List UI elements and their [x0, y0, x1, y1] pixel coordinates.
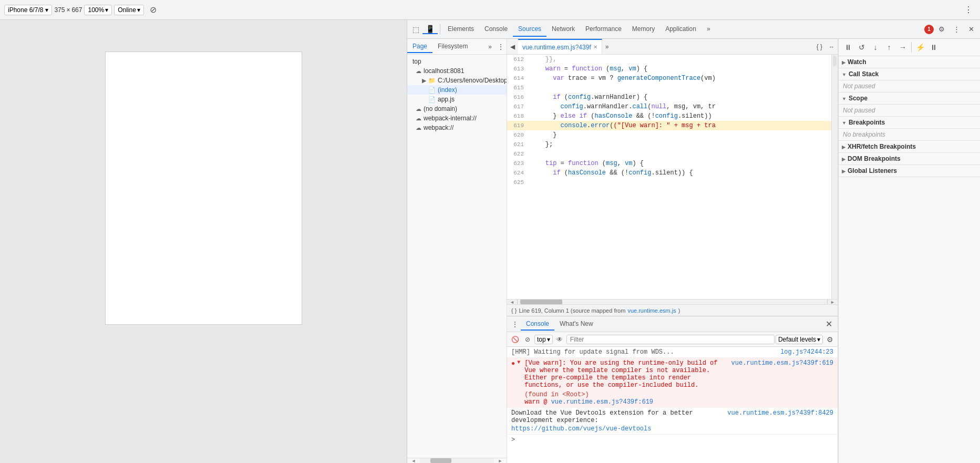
step-out-btn[interactable]: ↑ [883, 41, 895, 54]
tree-item-folder[interactable]: ▶ 📁 C:/Users/lenovo/Desktop/vu [407, 76, 507, 85]
hscroll-thumb[interactable] [520, 300, 562, 304]
tab-elements[interactable]: Elements [442, 22, 479, 37]
github-link[interactable]: https://github.com/vuejs/vue-devtools [511, 425, 651, 433]
network-selector[interactable]: Online ▾ [114, 5, 144, 15]
hscroll-track[interactable] [420, 458, 494, 463]
console-options-icon[interactable]: ⋮ [509, 320, 521, 328]
watch-section-header[interactable]: Watch [839, 56, 980, 68]
console-tab-whatsnew[interactable]: What's New [554, 318, 599, 331]
source-map-link[interactable]: vue.runtime.esm.js [627, 307, 676, 314]
file-tree-sidebar: Page Filesystem » ⋮ top ☁ [407, 39, 507, 463]
tree-item-webpack[interactable]: ☁ webpack:// [407, 123, 507, 132]
filter-input[interactable] [566, 335, 775, 344]
line-num: 612 [507, 55, 528, 64]
device-selector[interactable]: iPhone 6/7/8 ▾ [4, 5, 52, 15]
scroll-left-btn[interactable]: ◄ [407, 458, 420, 464]
inspect-icon[interactable]: ⬚ [409, 25, 422, 34]
code-vscrollbar[interactable] [831, 55, 838, 299]
tree-item-label: top [412, 58, 421, 65]
filesystem-tab[interactable]: Filesystem [432, 40, 473, 53]
editor-more-btn[interactable]: » [602, 42, 612, 52]
settings-icon[interactable]: ⚙ [935, 23, 948, 36]
step-over-btn[interactable]: ↺ [855, 41, 868, 54]
log-entry-vuewarn: ● ▼ [Vue warn]: You are using the runtim… [507, 358, 838, 408]
context-selector[interactable]: top ▾ [534, 335, 553, 344]
cloud-icon: ☁ [416, 115, 421, 122]
code-line-622: 622 [507, 149, 831, 159]
more-devtools-icon[interactable]: ⋮ [950, 23, 963, 36]
tab-performance[interactable]: Performance [580, 22, 627, 37]
file-tree-options-icon[interactable]: ⋮ [495, 42, 507, 52]
log-entry-hmr: [HMR] Waiting for update signal from WDS… [507, 347, 838, 358]
warn-source-link[interactable]: vue.runtime.esm.js?439f:619 [551, 398, 653, 406]
tab-more[interactable]: » [702, 22, 716, 37]
block-icon[interactable]: ⊘ [522, 334, 533, 345]
tree-item-webpack-internal[interactable]: ☁ webpack-internal:// [407, 114, 507, 123]
deactivate-breakpoints-btn[interactable]: ⚡ [914, 41, 926, 54]
console-close-btn[interactable]: ✕ [822, 319, 835, 329]
error-expand-icon[interactable]: ▼ [517, 359, 520, 365]
tree-item-index[interactable]: 📄 (index) [407, 85, 507, 95]
log-levels-label: Default levels [778, 336, 816, 343]
hscroll-thumb[interactable] [430, 458, 451, 463]
global-listeners-section-header[interactable]: Global Listeners [839, 165, 980, 177]
console-settings-icon[interactable]: ⚙ [824, 334, 835, 345]
log-text: ▼ [Vue warn]: You are using the runtime-… [517, 359, 833, 406]
tree-item-localhost[interactable]: ☁ localhost:8081 [407, 66, 507, 76]
editor-back-icon[interactable]: ◀ [507, 42, 518, 52]
xhr-expand-icon [842, 143, 845, 150]
vscroll-thumb[interactable] [833, 56, 837, 66]
log-levels-selector[interactable]: Default levels ▾ [776, 335, 823, 344]
debug-panel: ⏸ ↺ ↓ ↑ → ⚡ ⏸ Watch [838, 39, 980, 463]
file-tree-hscroll[interactable]: ◄ ► [407, 458, 507, 463]
tree-item-label: localhost:8081 [424, 67, 464, 75]
editor-tab-close-icon[interactable]: ✕ [593, 44, 597, 50]
code-display[interactable]: 612 }}, 613 warn = function (msg, vm) { … [507, 55, 831, 299]
step-btn[interactable]: → [896, 41, 909, 54]
scope-section-header[interactable]: Scope [839, 92, 980, 105]
vuewarn-link[interactable]: vue.runtime.esm.js?439f:619 [731, 359, 833, 367]
dom-section-header[interactable]: DOM Breakpoints [839, 153, 980, 165]
callstack-section-header[interactable]: Call Stack [839, 68, 980, 80]
hscroll-right-btn[interactable]: ► [827, 300, 838, 305]
zoom-selector[interactable]: 100% ▾ [84, 5, 112, 15]
hmr-link[interactable]: log.js?4244:23 [780, 348, 833, 356]
xhr-section-header[interactable]: XHR/fetch Breakpoints [839, 141, 980, 153]
file-tree-more-icon[interactable]: » [485, 41, 495, 53]
hscroll-left-btn[interactable]: ◄ [507, 300, 518, 305]
hscroll-track[interactable] [518, 300, 827, 304]
tab-network[interactable]: Network [546, 22, 580, 37]
editor-tab-active[interactable]: vue.runtime.esm.js?439f ✕ [518, 39, 602, 54]
eye-icon[interactable]: 👁 [554, 334, 565, 345]
tab-console[interactable]: Console [479, 22, 513, 37]
scroll-right-btn[interactable]: ► [494, 458, 507, 464]
info-first-line: Download the Vue Devtools extension for … [511, 409, 833, 424]
clear-console-btn[interactable]: 🚫 [509, 334, 521, 345]
step-into-btn[interactable]: ↓ [869, 41, 882, 54]
throttle-icon[interactable]: ⊘ [146, 3, 161, 17]
device-mode-icon[interactable]: 📱 [422, 25, 438, 34]
devtools-link[interactable]: vue.runtime.esm.js?439f:8429 [727, 409, 833, 417]
debug-sections: Watch Call Stack Not paused Scope Not pa… [839, 56, 980, 463]
breakpoints-section-header[interactable]: Breakpoints [839, 117, 980, 129]
tree-item-top[interactable]: top [407, 57, 507, 66]
scope-expand-icon [842, 95, 847, 102]
code-hscroll[interactable]: ◄ ► [507, 299, 838, 304]
tree-item-nodomain[interactable]: ☁ (no domain) [407, 104, 507, 114]
tab-application[interactable]: Application [660, 22, 702, 37]
line-content: tip = function (msg, vm) { [528, 159, 831, 168]
editor-format-icon[interactable]: { } [813, 42, 826, 52]
console-input[interactable] [517, 436, 833, 444]
pause-btn[interactable]: ⏸ [842, 41, 854, 54]
more-options-icon[interactable]: ⋮ [961, 3, 976, 17]
page-tab[interactable]: Page [407, 40, 432, 53]
tree-item-appjs[interactable]: 📄 app.js [407, 95, 507, 104]
editor-pretty-print-icon[interactable]: ↔ [826, 43, 838, 51]
close-devtools-icon[interactable]: ✕ [964, 23, 978, 36]
tab-sources[interactable]: Sources [513, 22, 546, 37]
tab-memory[interactable]: Memory [627, 22, 660, 37]
pause-on-exceptions-btn[interactable]: ⏸ [927, 41, 940, 54]
line-num: 625 [507, 178, 528, 187]
console-tab-console[interactable]: Console [521, 318, 554, 331]
editor-tab-label: vue.runtime.esm.js?439f [522, 44, 591, 51]
